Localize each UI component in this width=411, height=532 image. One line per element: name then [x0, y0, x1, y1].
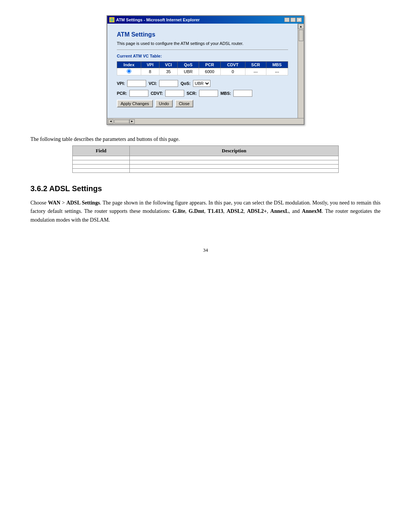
- browser-titlebar: 🌐 ATM Settings - Microsoft Internet Expl…: [107, 16, 304, 24]
- button-row: Apply Changes Undo Close: [117, 100, 288, 107]
- row-cdvt: 0: [220, 68, 245, 75]
- scr-input[interactable]: [199, 90, 218, 97]
- undo-button[interactable]: Undo: [155, 100, 173, 107]
- col-pcr: PCR: [199, 62, 220, 68]
- col-qos: QoS: [178, 62, 199, 68]
- maximize-button[interactable]: □: [290, 18, 296, 22]
- desc-value-1: [130, 156, 339, 160]
- row-index: [117, 68, 141, 75]
- atm-section-title: Current ATM VC Table:: [117, 54, 288, 58]
- page-number: 34: [30, 247, 381, 253]
- desc-field-1: [73, 156, 130, 160]
- window-controls: _ □ ✕: [284, 18, 302, 22]
- browser-icon: 🌐: [109, 17, 115, 22]
- col-mbs: MBS: [266, 62, 288, 68]
- desc-intro: The following table describes the parame…: [30, 136, 381, 142]
- pcr-label: PCR:: [117, 91, 127, 96]
- desc-row-2: [73, 160, 339, 165]
- hscroll-thumb[interactable]: [114, 120, 129, 123]
- col-index: Index: [117, 62, 141, 68]
- desc-value-4: [130, 169, 339, 173]
- col-scr: SCR: [245, 62, 266, 68]
- field-col-header: Field: [73, 146, 130, 156]
- desc-row-1: [73, 156, 339, 160]
- form-row-2: PCR: CDVT: SCR: MBS:: [117, 90, 288, 97]
- divider: [117, 50, 288, 50]
- minimize-button[interactable]: _: [284, 18, 290, 22]
- mbs-input[interactable]: [233, 90, 252, 97]
- desc-field-4: [73, 169, 130, 173]
- col-cdvt: CDVT: [220, 62, 245, 68]
- desc-row-4: [73, 169, 339, 173]
- cdvt-input[interactable]: [165, 90, 184, 97]
- browser-content: ATM Settings This page is used to config…: [107, 24, 298, 118]
- vertical-scrollbar: ▲: [298, 24, 304, 118]
- browser-title: ATM Settings - Microsoft Internet Explor…: [116, 18, 200, 22]
- desc-field-3: [73, 165, 130, 169]
- row-qos: UBR: [178, 68, 199, 75]
- vpi-input[interactable]: [127, 80, 146, 87]
- close-button[interactable]: ✕: [296, 18, 302, 22]
- col-vpi: VPI: [141, 62, 159, 68]
- desc-table: Field Description: [72, 145, 339, 173]
- row-pcr: 6000: [199, 68, 220, 75]
- row-scr: ---: [245, 68, 266, 75]
- desc-value-3: [130, 165, 339, 169]
- mbs-label: MBS:: [220, 91, 231, 96]
- atm-settings-description: This page is used to configure the ATM s…: [117, 41, 288, 46]
- scr-label: SCR:: [186, 91, 197, 96]
- cdvt-label: CDVT:: [151, 91, 163, 96]
- row-vpi: 8: [141, 68, 159, 75]
- qos-label: QoS:: [180, 81, 190, 86]
- section-362-paragraph: Choose WAN > ADSL Settings. The page sho…: [30, 199, 381, 224]
- form-row-1: VPI: VCI: QoS: UBR CBR VBR ABR: [117, 80, 288, 87]
- scroll-left-button[interactable]: ◄: [108, 119, 113, 124]
- table-row: 8 35 UBR 6000 0 --- ---: [117, 68, 288, 75]
- row-mbs: ---: [266, 68, 288, 75]
- browser-window: 🌐 ATM Settings - Microsoft Internet Expl…: [107, 15, 304, 125]
- horizontal-scrollbar: ◄ ►: [107, 118, 304, 124]
- row-select-radio[interactable]: [127, 69, 131, 73]
- desc-row-3: [73, 165, 339, 169]
- desc-value-2: [130, 160, 339, 165]
- description-col-header: Description: [130, 146, 339, 156]
- scroll-thumb[interactable]: [299, 30, 303, 41]
- col-vci: VCI: [159, 62, 178, 68]
- desc-field-2: [73, 160, 130, 165]
- scroll-right-button[interactable]: ►: [129, 119, 135, 124]
- apply-changes-button[interactable]: Apply Changes: [117, 100, 153, 107]
- atm-vc-table: Index VPI VCI QoS PCR CDVT SCR MBS 8 35: [117, 61, 288, 75]
- vci-input[interactable]: [159, 80, 178, 87]
- vpi-label: VPI:: [117, 81, 125, 86]
- atm-settings-title: ATM Settings: [117, 31, 288, 38]
- vci-label: VCI:: [148, 81, 157, 86]
- qos-select[interactable]: UBR CBR VBR ABR: [193, 80, 210, 87]
- row-vci: 35: [159, 68, 178, 75]
- pcr-input[interactable]: [129, 90, 148, 97]
- section-362-heading: 3.6.2 ADSL Settings: [30, 184, 381, 193]
- close-button[interactable]: Close: [175, 100, 193, 107]
- scroll-up-button[interactable]: ▲: [298, 24, 304, 29]
